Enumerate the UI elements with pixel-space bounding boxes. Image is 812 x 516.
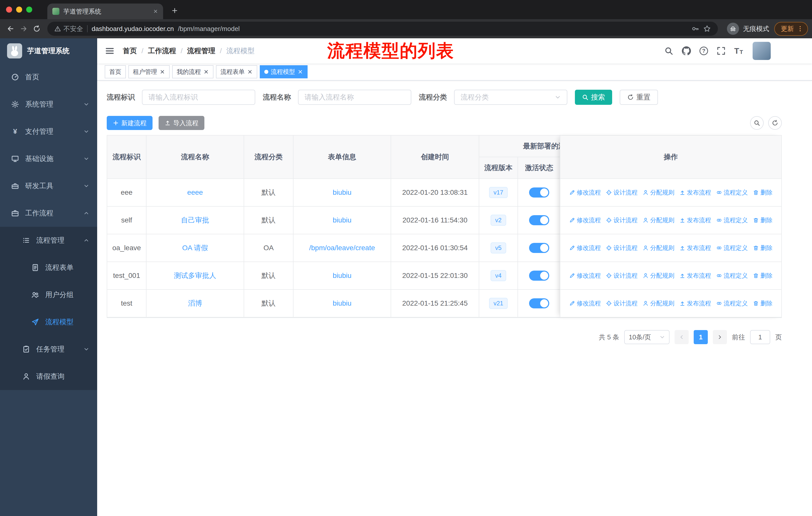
process-definition-link[interactable]: 流程定义	[716, 244, 748, 252]
modify-process-link[interactable]: 修改流程	[569, 216, 601, 224]
header-search-icon[interactable]	[664, 46, 673, 55]
sidebar-item-system[interactable]: 系统管理	[0, 91, 97, 118]
create-process-button[interactable]: 新建流程	[107, 116, 152, 130]
process-name-link[interactable]: 自己审批	[181, 215, 209, 225]
modify-process-link[interactable]: 修改流程	[569, 188, 601, 196]
publish-process-link[interactable]: 发布流程	[679, 272, 711, 280]
breadcrumb-item[interactable]: 首页	[123, 46, 137, 56]
modify-process-link[interactable]: 修改流程	[569, 272, 601, 280]
sidebar-item-task-mgmt[interactable]: 任务管理	[0, 335, 97, 363]
sidebar-item-infra[interactable]: 基础设施	[0, 145, 97, 172]
security-indicator[interactable]: 不安全	[54, 24, 83, 33]
browser-menu-icon[interactable]	[797, 25, 804, 32]
view-tag[interactable]: 租户管理	[128, 65, 170, 78]
breadcrumb-item[interactable]: 工作流程	[148, 46, 176, 56]
back-button[interactable]	[4, 22, 17, 35]
publish-process-link[interactable]: 发布流程	[679, 244, 711, 252]
process-definition-link[interactable]: 流程定义	[716, 299, 748, 307]
form-info-link[interactable]: biubiu	[333, 188, 352, 196]
view-tag[interactable]: 流程模型	[260, 65, 308, 78]
tag-close-icon[interactable]	[297, 69, 303, 75]
form-info-link[interactable]: /bpm/oa/leave/create	[309, 244, 375, 252]
process-name-link[interactable]: 测试多审批人	[174, 271, 216, 280]
process-definition-link[interactable]: 流程定义	[716, 216, 748, 224]
view-tag[interactable]: 首页	[105, 65, 126, 78]
tag-close-icon[interactable]	[247, 69, 253, 75]
design-process-link[interactable]: 设计流程	[606, 244, 638, 252]
help-icon[interactable]: ?	[699, 47, 708, 55]
process-definition-link[interactable]: 流程定义	[716, 188, 748, 196]
category-select[interactable]: 流程分类	[454, 90, 567, 105]
sidebar-item-leave-query[interactable]: 请假查询	[0, 363, 97, 390]
assign-rule-link[interactable]: 分配规则	[643, 272, 674, 280]
modify-process-link[interactable]: 修改流程	[569, 244, 601, 252]
zoom-window-button[interactable]	[26, 6, 32, 12]
modify-process-link[interactable]: 修改流程	[569, 299, 601, 307]
publish-process-link[interactable]: 发布流程	[679, 216, 711, 224]
sidebar-item-workflow[interactable]: 工作流程	[0, 199, 97, 227]
font-size-icon[interactable]: TT	[734, 47, 743, 55]
fullscreen-icon[interactable]	[717, 46, 726, 55]
delete-link[interactable]: 删除	[753, 244, 773, 252]
sidebar-item-home[interactable]: 首页	[0, 63, 97, 91]
design-process-link[interactable]: 设计流程	[606, 216, 638, 224]
bookmark-star-icon[interactable]	[703, 25, 711, 32]
goto-page-input[interactable]	[750, 330, 770, 344]
close-window-button[interactable]	[6, 6, 12, 12]
sidebar-item-devtools[interactable]: 研发工具	[0, 172, 97, 199]
tag-close-icon[interactable]	[203, 69, 209, 75]
process-name-link[interactable]: 滔博	[188, 299, 202, 308]
page-number-button[interactable]: 1	[694, 330, 708, 344]
assign-rule-link[interactable]: 分配规则	[643, 216, 674, 224]
refresh-table-button[interactable]	[768, 116, 782, 130]
update-button[interactable]: 更新	[774, 22, 808, 36]
app-logo[interactable]: 芋道管理系统	[0, 38, 97, 63]
active-status-toggle[interactable]	[529, 215, 549, 225]
delete-link[interactable]: 删除	[753, 216, 773, 224]
search-button[interactable]: 搜索	[575, 90, 612, 105]
forward-button[interactable]	[17, 22, 30, 35]
active-status-toggle[interactable]	[529, 298, 549, 308]
assign-rule-link[interactable]: 分配规则	[643, 244, 674, 252]
design-process-link[interactable]: 设计流程	[606, 188, 638, 196]
form-info-link[interactable]: biubiu	[333, 216, 352, 224]
import-process-button[interactable]: 导入流程	[158, 116, 204, 130]
view-tag[interactable]: 我的流程	[172, 65, 213, 78]
reload-button[interactable]	[30, 22, 43, 35]
form-info-link[interactable]: biubiu	[333, 299, 352, 307]
avatar[interactable]	[753, 42, 771, 60]
tab-close-icon[interactable]	[153, 9, 158, 14]
delete-link[interactable]: 删除	[753, 272, 773, 280]
form-info-link[interactable]: biubiu	[333, 272, 352, 280]
delete-link[interactable]: 删除	[753, 188, 773, 196]
active-status-toggle[interactable]	[529, 243, 549, 253]
minimize-window-button[interactable]	[16, 6, 22, 12]
sidebar-item-payment[interactable]: ¥支付管理	[0, 118, 97, 145]
active-status-toggle[interactable]	[529, 271, 549, 281]
sidebar-item-user-group[interactable]: 用户分组	[0, 281, 97, 308]
password-key-icon[interactable]	[692, 25, 699, 32]
sidebar-item-process-mgmt[interactable]: 流程管理	[0, 227, 97, 254]
assign-rule-link[interactable]: 分配规则	[643, 188, 674, 196]
process-key-input[interactable]	[142, 90, 255, 105]
process-definition-link[interactable]: 流程定义	[716, 272, 748, 280]
sidebar-item-process-form[interactable]: 流程表单	[0, 254, 97, 281]
publish-process-link[interactable]: 发布流程	[679, 188, 711, 196]
delete-link[interactable]: 删除	[753, 299, 773, 307]
active-status-toggle[interactable]	[529, 187, 549, 197]
tag-close-icon[interactable]	[160, 69, 165, 75]
next-page-button[interactable]	[713, 330, 727, 344]
github-icon[interactable]	[682, 46, 691, 55]
design-process-link[interactable]: 设计流程	[606, 272, 638, 280]
prev-page-button[interactable]	[674, 330, 689, 344]
breadcrumb-item[interactable]: 流程管理	[187, 46, 215, 56]
reset-button[interactable]: 重置	[620, 90, 658, 105]
process-name-input[interactable]	[298, 90, 411, 105]
browser-tab[interactable]: 芋道管理系统	[47, 3, 163, 19]
design-process-link[interactable]: 设计流程	[606, 299, 638, 307]
process-name-link[interactable]: OA 请假	[182, 243, 208, 253]
page-size-select[interactable]: 10条/页	[624, 330, 670, 344]
sidebar-toggle-icon[interactable]	[105, 46, 115, 56]
publish-process-link[interactable]: 发布流程	[679, 299, 711, 307]
process-name-link[interactable]: eeee	[187, 188, 203, 196]
